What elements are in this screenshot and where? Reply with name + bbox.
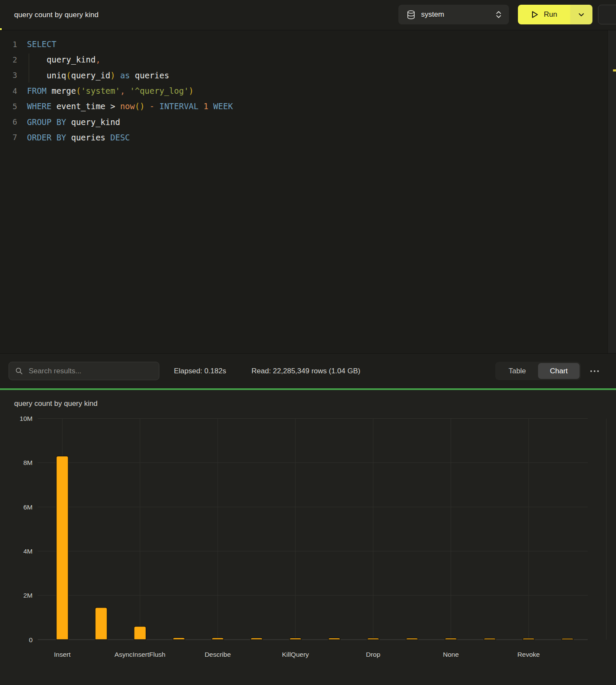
- line-number: 7: [0, 133, 17, 142]
- code-line[interactable]: 1SELECT: [0, 36, 607, 52]
- svg-text:Revoke: Revoke: [517, 651, 540, 658]
- code-text: uniq(query_id) as queries: [27, 71, 169, 80]
- editor-scrollbar-gutter[interactable]: [607, 30, 616, 353]
- bar[interactable]: [367, 638, 379, 640]
- line-number: 6: [0, 117, 17, 126]
- svg-text:None: None: [443, 651, 459, 658]
- play-icon: [531, 10, 539, 19]
- svg-text:Insert: Insert: [54, 651, 71, 658]
- code-text: FROM merge('system', '^query_log'): [27, 86, 194, 95]
- chart-svg[interactable]: 02M4M6M8M10MInsertAsyncInsertFlushDescri…: [0, 390, 616, 685]
- bar[interactable]: [56, 456, 68, 640]
- run-button[interactable]: Run: [518, 5, 592, 24]
- bar[interactable]: [95, 608, 107, 640]
- svg-text:2M: 2M: [23, 592, 33, 599]
- bar[interactable]: [406, 638, 418, 640]
- y-axis-labels: 02M4M6M8M10M: [20, 415, 33, 643]
- svg-text:KillQuery: KillQuery: [282, 651, 309, 658]
- chart-panel: query count by query kind 02M4M6M8M10MIn…: [0, 390, 616, 685]
- view-toggle: Table Chart: [495, 362, 581, 380]
- bars: [56, 456, 573, 640]
- tab-chart[interactable]: Chart: [538, 363, 580, 379]
- database-selector[interactable]: system: [398, 5, 509, 24]
- sql-editor[interactable]: 1SELECT2 query_kind,3 uniq(query_id) as …: [0, 30, 616, 353]
- bar[interactable]: [134, 626, 146, 640]
- database-value: system: [421, 10, 495, 19]
- code-line[interactable]: 2 query_kind,: [0, 52, 607, 67]
- svg-text:6M: 6M: [23, 503, 33, 511]
- gridlines: [38, 419, 606, 640]
- svg-text:8M: 8M: [23, 459, 33, 466]
- code-text: SELECT: [27, 39, 57, 49]
- overview-ruler-marker: [613, 69, 616, 71]
- line-number: 5: [0, 102, 17, 111]
- chevron-down-icon: [578, 13, 584, 17]
- svg-text:Describe: Describe: [205, 651, 231, 658]
- sparkle-button[interactable]: [598, 5, 616, 24]
- tab-table[interactable]: Table: [496, 363, 538, 379]
- line-number: 3: [0, 71, 17, 80]
- bar[interactable]: [290, 638, 302, 640]
- bar[interactable]: [173, 638, 185, 640]
- header: query count by query kind system: [0, 0, 616, 30]
- svg-text:0: 0: [29, 636, 33, 643]
- line-number: 1: [0, 40, 17, 49]
- ellipsis-icon: [590, 370, 599, 372]
- more-options-button[interactable]: [585, 362, 604, 380]
- search-icon: [15, 367, 23, 375]
- elapsed-text: Elapsed: 0.182s: [174, 354, 226, 389]
- bar[interactable]: [212, 638, 224, 640]
- bar[interactable]: [523, 638, 535, 640]
- database-icon: [407, 10, 415, 19]
- code-text: GROUP BY query_kind: [27, 117, 120, 127]
- svg-text:10M: 10M: [20, 415, 33, 422]
- run-options-button[interactable]: [570, 5, 592, 24]
- code-lines: 1SELECT2 query_kind,3 uniq(query_id) as …: [0, 36, 607, 145]
- code-text: ORDER BY queries DESC: [27, 133, 130, 142]
- code-line[interactable]: 5WHERE event_time > now() - INTERVAL 1 W…: [0, 98, 607, 114]
- code-text: WHERE event_time > now() - INTERVAL 1 WE…: [27, 101, 233, 111]
- bar[interactable]: [562, 638, 574, 640]
- run-button-main[interactable]: Run: [518, 5, 570, 24]
- svg-text:Drop: Drop: [366, 651, 380, 658]
- svg-text:4M: 4M: [23, 548, 33, 555]
- code-line[interactable]: 4FROM merge('system', '^query_log'): [0, 83, 607, 98]
- line-number: 2: [0, 55, 17, 64]
- code-line[interactable]: 3 uniq(query_id) as queries: [0, 68, 607, 83]
- indent-guide: [29, 54, 29, 83]
- svg-text:AsyncInsertFlush: AsyncInsertFlush: [114, 651, 165, 658]
- bar[interactable]: [445, 638, 457, 640]
- bar[interactable]: [251, 638, 263, 640]
- results-toolbar: Elapsed: 0.182s Read: 22,285,349 rows (1…: [0, 353, 616, 389]
- search-box[interactable]: [9, 362, 159, 380]
- code-line[interactable]: 6GROUP BY query_kind: [0, 114, 607, 129]
- bar[interactable]: [484, 638, 496, 640]
- bar[interactable]: [328, 638, 340, 640]
- code-text: query_kind,: [27, 55, 101, 64]
- x-axis-labels: InsertAsyncInsertFlushDescribeKillQueryD…: [54, 651, 540, 658]
- page-title: query count by query kind: [14, 0, 99, 30]
- run-label: Run: [544, 10, 557, 19]
- search-input[interactable]: [28, 366, 150, 376]
- line-number: 4: [0, 86, 17, 95]
- read-text: Read: 22,285,349 rows (1.04 GB): [251, 354, 360, 389]
- sql-console: query count by query kind system: [0, 0, 616, 685]
- updown-chevron-icon: [495, 10, 502, 19]
- code-line[interactable]: 7ORDER BY queries DESC: [0, 130, 607, 145]
